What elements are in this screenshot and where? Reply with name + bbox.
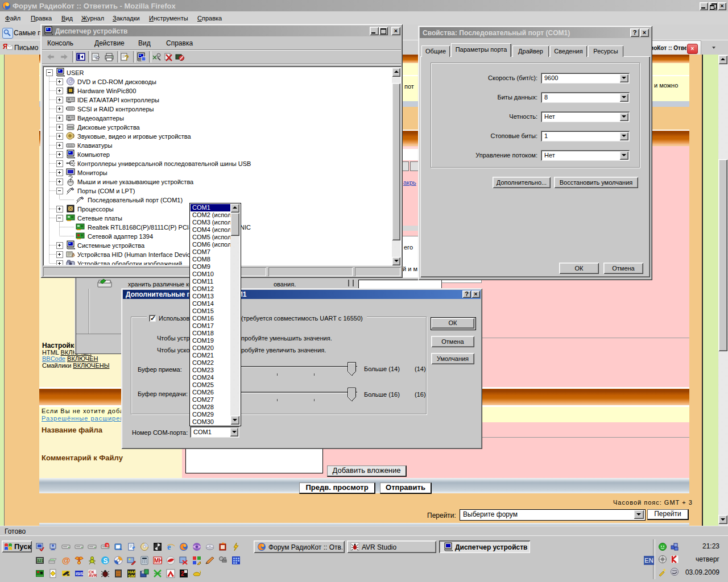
svg-text:e: e (167, 543, 171, 551)
svg-text:HAP: HAP (128, 570, 136, 574)
svg-text:?: ? (125, 53, 129, 61)
svg-text:2: 2 (181, 571, 184, 577)
svg-text:?: ? (106, 544, 109, 548)
svg-text:@: @ (62, 556, 71, 565)
svg-text:S: S (104, 557, 108, 565)
svg-text:AVR: AVR (89, 573, 97, 577)
svg-text:321: 321 (37, 559, 44, 563)
svg-text:ISIS: ISIS (76, 572, 84, 576)
svg-text:SIM: SIM (128, 574, 135, 578)
svg-text:MH: MH (154, 558, 162, 564)
